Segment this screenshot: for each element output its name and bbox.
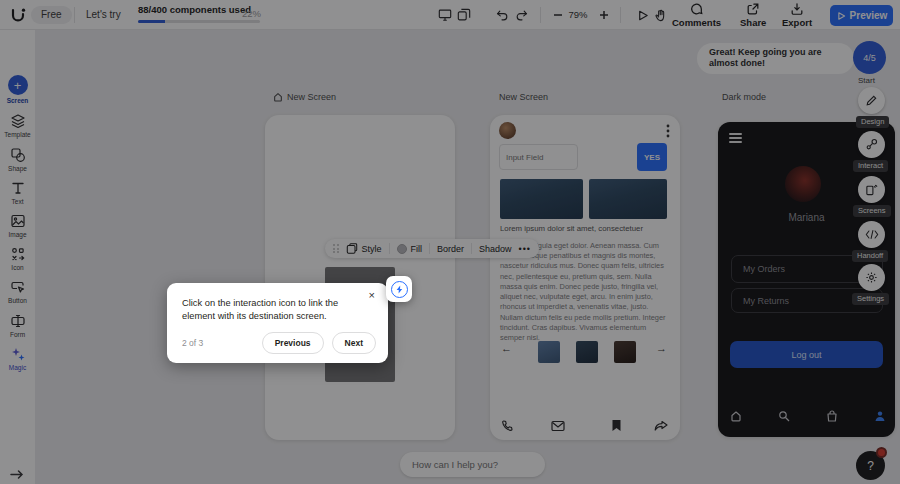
hand-tool-icon[interactable] [652,7,668,23]
share-arrow-icon[interactable] [654,418,668,432]
share-label: Share [740,17,766,28]
style-tab[interactable]: Style [346,243,382,255]
kebab-menu-icon[interactable] [666,124,670,142]
settings-label: Settings [852,293,889,305]
components-progress-bar [138,20,260,23]
shadow-control[interactable]: Shadow [479,244,512,254]
mail-icon[interactable] [551,418,565,432]
start-label: Start [858,76,875,85]
screen1-label[interactable]: New Screen [273,92,336,102]
divider [389,243,390,254]
sidebar-item-magic[interactable]: Magic [0,346,35,371]
profile-nav-icon[interactable] [874,408,887,421]
screen-name: New Screen [287,92,336,102]
sidebar-item-icon[interactable]: Icon [0,246,35,271]
screens-frame-icon[interactable] [456,7,472,23]
expand-sidebar-icon[interactable] [9,467,27,481]
screens-panel-button[interactable] [858,176,885,203]
carousel-thumb-1[interactable] [538,341,560,363]
border-control[interactable]: Border [437,244,464,254]
carousel-thumb-2[interactable] [576,341,598,363]
sidebar-item-image[interactable]: Image [0,213,35,238]
divider [540,7,541,23]
comments-button[interactable]: Comments [672,2,721,28]
sidebar-item-button[interactable]: Button [0,279,35,304]
trial-link[interactable]: Let's try [86,9,121,20]
add-screen-icon: + [8,75,28,95]
divider [620,7,621,23]
interaction-ring [391,281,408,298]
carousel-prev-icon[interactable]: ← [501,343,512,354]
phone-icon[interactable] [501,418,515,432]
screen-name: Dark mode [722,92,766,102]
sidebar-item-screen[interactable]: + Screen [0,75,35,104]
interact-mode-label: Interact [853,160,888,172]
template-icon [10,113,26,129]
carousel-next-icon[interactable]: → [656,343,667,354]
sidebar-item-label: Screen [7,97,29,104]
next-button[interactable]: Next [332,332,376,354]
ocean-image-1[interactable] [500,179,583,219]
sidebar-item-text[interactable]: Text [0,180,35,205]
uizard-logo-icon[interactable] [8,5,28,25]
onboarding-progress-circle[interactable]: 4/5 [853,41,886,74]
sidebar-item-label: Button [8,297,27,304]
design-mode-label: Design [856,116,889,128]
home-nav-icon[interactable] [730,408,743,421]
screen3-label[interactable]: Dark mode [722,92,766,102]
export-label: Export [782,17,812,28]
bag-nav-icon[interactable] [826,408,839,421]
preview-button[interactable]: Preview [830,5,893,26]
undo-icon[interactable] [494,7,510,23]
sidebar-item-form[interactable]: Form [0,313,35,338]
ai-assistant-bar [400,452,545,477]
carousel-thumb-3[interactable] [614,341,636,363]
phone-screen-2[interactable]: YES Lorem ipsum dolor sit amet, consecte… [490,115,680,440]
close-icon[interactable]: × [369,290,375,301]
sidebar-item-label: Text [12,198,24,205]
screen2-label[interactable]: New Screen [499,92,548,102]
sidebar-item-label: Form [10,331,25,338]
desktop-frame-icon[interactable] [437,7,453,23]
assistant-input[interactable] [412,459,544,470]
form-icon [10,313,26,329]
style-label: Style [362,244,382,254]
style-icon [346,243,358,255]
sidebar-item-shape[interactable]: Shape [0,147,35,172]
phone-screen-1[interactable] [265,115,455,440]
share-button[interactable]: Share [740,2,766,28]
search-nav-icon[interactable] [778,408,791,421]
zoom-in-icon[interactable] [596,7,612,23]
input-field[interactable] [499,144,578,170]
logout-button[interactable]: Log out [730,341,883,368]
fill-control[interactable]: Fill [397,244,423,254]
yes-button[interactable]: YES [637,143,667,171]
sidebar-item-template[interactable]: Template [0,113,35,138]
help-glyph: ? [867,459,874,473]
interaction-icon[interactable] [386,276,412,302]
image-icon [10,213,26,229]
profile-photo[interactable] [785,166,821,202]
ocean-image-2[interactable] [589,179,667,219]
screens-panel-label: Screens [853,205,891,217]
avatar[interactable] [499,122,516,139]
drag-handle-icon[interactable] [333,244,339,253]
magic-sparkles-icon [10,346,26,362]
redo-icon[interactable] [514,7,530,23]
play-mode-icon[interactable] [634,7,650,23]
interact-mode-button[interactable] [858,131,885,158]
hamburger-menu-icon[interactable] [729,133,742,143]
comments-label: Comments [672,17,721,28]
components-percent: 22% [242,8,261,19]
plan-badge[interactable]: Free [31,6,72,24]
design-mode-button[interactable] [858,87,885,114]
preview-label: Preview [850,10,888,21]
settings-button[interactable] [858,264,885,291]
bookmark-icon[interactable] [611,418,625,432]
handoff-button[interactable] [858,221,885,248]
sidebar-item-label: Icon [11,264,23,271]
export-button[interactable]: Export [782,2,812,28]
previous-button[interactable]: Previous [262,332,324,354]
zoom-level[interactable]: 79% [564,9,592,20]
more-options-icon[interactable]: ••• [519,244,531,254]
